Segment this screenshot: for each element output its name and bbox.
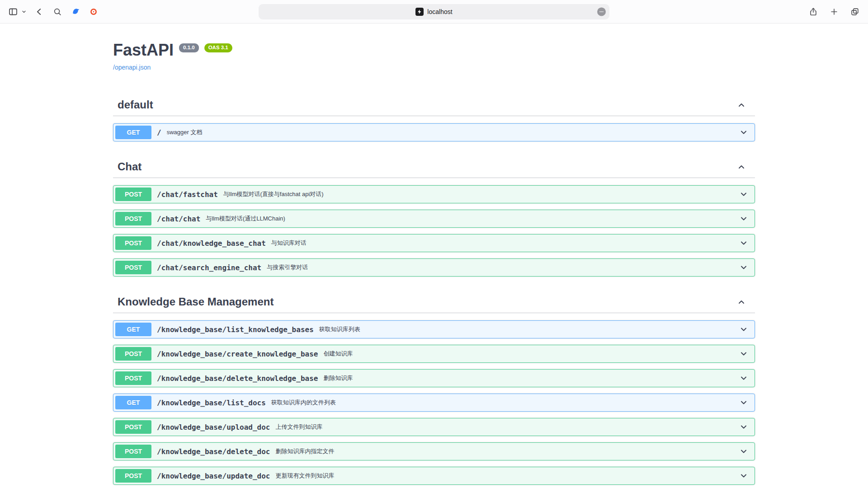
operation-summary-bar[interactable]: POST /chat/knowledge_base_chat 与知识库对话: [113, 235, 755, 252]
operation-path: /chat/knowledge_base_chat: [151, 239, 271, 248]
section-header[interactable]: Chat: [113, 156, 755, 178]
tag-section: Chat POST /chat/fastchat 与llm模型对话(直接与fas…: [113, 156, 755, 286]
operation-summary-bar[interactable]: POST /knowledge_base/update_doc 更新现有文件到知…: [113, 467, 755, 484]
operation-path: /chat/search_engine_chat: [151, 263, 267, 272]
operation-list: GET /knowledge_base/list_knowledge_bases…: [113, 320, 755, 488]
operation-summary-bar[interactable]: GET / swagger 文档: [113, 124, 755, 141]
chevron-down-icon: [21, 9, 27, 14]
operation-path: /knowledge_base/list_knowledge_bases: [151, 325, 319, 334]
site-favicon-icon: [415, 8, 424, 16]
operation-row[interactable]: POST /knowledge_base/upload_doc 上传文件到知识库: [113, 418, 755, 436]
share-button[interactable]: [807, 6, 819, 18]
operation-summary: 删除知识库: [323, 374, 739, 382]
operation-row[interactable]: POST /knowledge_base/create_knowledge_ba…: [113, 345, 755, 363]
operation-row[interactable]: POST /chat/search_engine_chat 与搜索引擎对话: [113, 258, 755, 277]
operation-summary: 上传文件到知识库: [275, 423, 739, 431]
operation-summary: swagger 文档: [167, 128, 739, 136]
section-title: Chat: [118, 160, 142, 173]
tab-overview-button[interactable]: [849, 6, 861, 18]
expand-operation-icon[interactable]: [739, 447, 748, 456]
operation-summary: 创建知识库: [323, 350, 739, 358]
operation-summary-bar[interactable]: POST /knowledge_base/upload_doc 上传文件到知识库: [113, 418, 755, 436]
sidebar-toggle-button[interactable]: [7, 6, 19, 18]
collapse-section-icon[interactable]: [737, 100, 746, 109]
operation-row[interactable]: POST /knowledge_base/update_doc 更新现有文件到知…: [113, 467, 755, 485]
method-badge: POST: [115, 188, 151, 201]
operation-summary-bar[interactable]: POST /knowledge_base/delete_knowledge_ba…: [113, 370, 755, 387]
expand-operation-icon[interactable]: [739, 128, 748, 137]
api-info: FastAPI 0.1.0 OAS 3.1 /openapi.json: [113, 23, 755, 71]
operation-summary: 更新现有文件到知识库: [275, 472, 739, 480]
operation-summary-bar[interactable]: POST /chat/chat 与llm模型对话(通过LLMChain): [113, 210, 755, 227]
operation-path: /chat/fastchat: [151, 190, 223, 199]
operation-summary-bar[interactable]: POST /chat/search_engine_chat 与搜索引擎对话: [113, 259, 755, 276]
section-header[interactable]: Knowledge Base Management: [113, 291, 755, 313]
collapse-section-icon[interactable]: [737, 162, 746, 171]
expand-operation-icon[interactable]: [739, 471, 748, 480]
expand-operation-icon[interactable]: [739, 349, 748, 358]
operation-path: /knowledge_base/upload_doc: [151, 423, 275, 432]
orange-extension-button[interactable]: [88, 6, 99, 18]
operation-summary-bar[interactable]: POST /knowledge_base/create_knowledge_ba…: [113, 345, 755, 362]
back-button[interactable]: [33, 6, 45, 18]
operation-summary-bar[interactable]: GET /knowledge_base/list_knowledge_bases…: [113, 321, 755, 338]
expand-operation-icon[interactable]: [739, 398, 748, 407]
operation-row[interactable]: POST /knowledge_base/delete_knowledge_ba…: [113, 369, 755, 387]
operation-path: /chat/chat: [151, 215, 206, 223]
collapse-section-icon[interactable]: [737, 297, 746, 306]
operation-summary: 与知识库对话: [271, 239, 739, 247]
operation-path: /knowledge_base/list_docs: [151, 399, 271, 407]
sidebar-menu-button[interactable]: [21, 6, 27, 18]
tag-section: Knowledge Base Management GET /knowledge…: [113, 291, 755, 488]
operation-path: /knowledge_base/delete_doc: [151, 447, 275, 456]
expand-operation-icon[interactable]: [739, 239, 748, 248]
expand-operation-icon[interactable]: [739, 325, 748, 334]
oas-badge: OAS 3.1: [204, 43, 232, 52]
operation-summary: 获取知识库内的文件列表: [271, 399, 739, 407]
operation-row[interactable]: POST /chat/knowledge_base_chat 与知识库对话: [113, 234, 755, 252]
method-badge: POST: [115, 445, 151, 458]
operation-summary-bar[interactable]: POST /chat/fastchat 与llm模型对话(直接与fastchat…: [113, 186, 755, 203]
new-tab-button[interactable]: [828, 6, 840, 18]
blue-extension-button[interactable]: [70, 6, 81, 18]
operation-row[interactable]: GET / swagger 文档: [113, 123, 755, 141]
expand-operation-icon[interactable]: [739, 214, 748, 223]
expand-operation-icon[interactable]: [739, 190, 748, 199]
operation-row[interactable]: GET /knowledge_base/list_knowledge_bases…: [113, 320, 755, 338]
share-icon: [809, 7, 818, 16]
operation-summary: 与llm模型对话(直接与fastchat api对话): [223, 190, 739, 198]
version-badge: 0.1.0: [179, 43, 199, 52]
expand-operation-icon[interactable]: [739, 422, 748, 432]
operation-path: /knowledge_base/update_doc: [151, 472, 275, 480]
method-badge: POST: [115, 420, 151, 434]
search-button[interactable]: [52, 6, 63, 18]
section-title: default: [118, 99, 153, 111]
address-bar[interactable]: localhost: [259, 4, 609, 19]
plus-icon: [830, 7, 839, 16]
method-badge: GET: [115, 323, 151, 336]
expand-operation-icon[interactable]: [739, 374, 748, 383]
sidebar-toggle-icon: [8, 7, 18, 17]
operation-row[interactable]: POST /chat/chat 与llm模型对话(通过LLMChain): [113, 210, 755, 228]
section-header[interactable]: default: [113, 94, 755, 116]
operation-row[interactable]: GET /knowledge_base/list_docs 获取知识库内的文件列…: [113, 394, 755, 412]
page-content: FastAPI 0.1.0 OAS 3.1 /openapi.json defa…: [0, 23, 868, 488]
search-icon: [53, 7, 62, 16]
method-badge: POST: [115, 347, 151, 361]
page-settings-icon[interactable]: [597, 7, 606, 16]
operation-row[interactable]: POST /knowledge_base/delete_doc 删除知识库内指定…: [113, 442, 755, 460]
operation-summary-bar[interactable]: POST /knowledge_base/delete_doc 删除知识库内指定…: [113, 443, 755, 460]
openapi-spec-link[interactable]: /openapi.json: [113, 64, 151, 71]
method-badge: POST: [115, 261, 151, 274]
operation-row[interactable]: POST /chat/fastchat 与llm模型对话(直接与fastchat…: [113, 185, 755, 203]
method-badge: POST: [115, 469, 151, 483]
operation-path: /knowledge_base/delete_knowledge_base: [151, 374, 323, 383]
chevron-left-icon: [35, 7, 44, 16]
expand-operation-icon[interactable]: [739, 263, 748, 272]
operation-path: /knowledge_base/create_knowledge_base: [151, 350, 323, 358]
browser-toolbar: localhost: [0, 0, 868, 23]
blue-extension-icon: [71, 7, 80, 16]
tab-overview-icon: [850, 7, 859, 16]
method-badge: POST: [115, 212, 151, 225]
operation-summary-bar[interactable]: GET /knowledge_base/list_docs 获取知识库内的文件列…: [113, 394, 755, 411]
